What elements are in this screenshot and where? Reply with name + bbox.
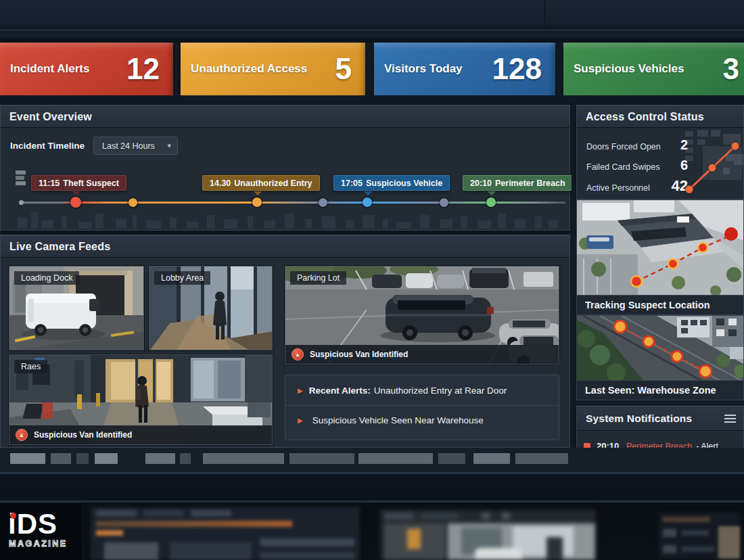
background-monitor [87,503,364,560]
event-label: Theft Suspect [63,179,119,188]
column-divider [572,105,576,504]
access-row-doors-forced: Doors Forced Open 2 [586,137,688,153]
logo-subtext: MAGAZINE [9,539,81,549]
alert-bullet-icon: ▶ [298,417,303,424]
timeline-marker-amber[interactable] [252,197,262,207]
chevron-down-icon: ▾ [167,141,171,150]
alert-bullet-icon: ▶ [298,387,303,394]
section-title: Access Control Status [577,106,743,128]
menu-icon[interactable] [724,415,736,423]
access-row-label: Failed Card Swipes [586,162,659,172]
recent-alert-prefix: Recent Alerts: [309,386,371,396]
live-camera-feeds-panel: Live Camera Feeds [0,235,570,448]
footer-chip [203,453,284,464]
stat-value: 12 [126,52,160,86]
stat-label: Suspicious Vehicles [574,62,684,76]
recent-alert-text: Suspicious Vehicle Seen Near Warehouse [312,415,484,425]
event-label: Unauthorized Entry [234,179,312,188]
stat-label: Incident Alerts [10,62,89,76]
ids-magazine-logo: iDS MAGAZINE [0,504,81,560]
time-range-dropdown[interactable]: Last 24 Hours ▾ [93,137,178,155]
access-control-panel: Access Control Status Doors Forced Open … [576,105,744,200]
timeline-marker-slate[interactable] [319,198,327,207]
event-label: Perimeter Breach [495,179,565,188]
camera-feed-lobby-area[interactable]: Lobby Area [149,266,273,350]
feed-alert-bar: ▲ Suspicious Van Identified [285,345,559,364]
feed-alert-text: Suspicious Van Identified [310,350,408,359]
camera-name: Loading Dock [14,271,79,285]
logo-red-dot [10,513,16,519]
section-title: Live Camera Feeds [1,235,569,258]
footer-chip [95,453,118,464]
security-dashboard: Incident Alerts 12 Unauthorized Access 5… [0,0,744,560]
timeline-event-theft-suspect[interactable]: 11:15Theft Suspect [31,175,126,191]
timeline-layers-icon [16,170,26,185]
stat-label: Unauthorized Access [191,62,307,76]
background-monitor [376,506,599,560]
desk-edge-highlight [0,472,744,474]
recent-alert-item[interactable]: ▶ Suspicious Vehicle Seen Near Warehouse [285,405,559,435]
stat-card-incident-alerts[interactable]: Incident Alerts 12 [0,43,173,95]
last-seen-caption: Last Seen: Warehouse Zone [576,381,744,400]
access-row-failed-swipes: Failed Card Swipes 6 [586,158,688,173]
timeline-event-suspicious-vehicle[interactable]: 17:05Suspicious Vehicle [333,175,450,191]
feed-alert-text: Suspicious Van Identified [34,430,132,440]
event-time: 14.30 [210,179,231,188]
stat-card-visitors-today[interactable]: Visitors Today 128 [374,43,555,95]
access-row-label: Active Personnel [586,183,650,193]
incident-timeline-label: Incident Timeline [10,141,85,151]
event-time: 11:15 [39,179,60,188]
timeline-marker-blue[interactable] [363,197,372,207]
tracking-caption: Tracking Suspect Location [576,296,744,315]
camera-name: Raes [14,360,47,373]
stat-value: 5 [335,52,352,86]
warning-icon: ▲ [292,348,304,360]
timeline-marker-amber[interactable] [129,198,137,207]
tracking-map-aerial[interactable] [576,200,744,296]
footer-chip [10,453,45,464]
tracking-map-street[interactable] [576,315,744,381]
footer-chip [180,453,191,464]
timeline-event-perimeter-breach[interactable]: 20:10Perimeter Breach [463,175,573,191]
footer-chip [438,453,465,464]
access-trend-mini-chart [684,130,743,199]
event-overview-panel: Event Overview Incident Timeline Last 24… [0,105,570,231]
timeline-marker-slate[interactable] [440,198,448,207]
stat-card-suspicious-vehicles[interactable]: Suspicious Vehicles 3 [563,43,744,95]
footer-chip [76,453,89,464]
stat-card-unauthorized-access[interactable]: Unauthorized Access 5 [181,43,365,95]
footer-chip [358,453,433,464]
event-time: 17:05 [341,179,363,188]
camera-feed-loading-dock[interactable]: Loading Dock [9,266,144,350]
background-monitor [655,509,744,560]
feed-alert-bar: ▲ Suspicious Van Identified [9,425,272,444]
recent-alert-item[interactable]: ▶ Recent Alerts: Unauthorized Entry at R… [285,375,559,405]
camera-feed-parking-lot[interactable]: Parking Lot ▲ Suspicious Van Identified [285,266,559,365]
access-row-active-personnel: Active Personnel 42 [586,177,688,195]
tracking-map-scene [577,200,744,296]
bezel-edge [0,38,744,43]
timeline-track [21,202,565,204]
stat-label: Visitors Today [384,62,463,76]
recent-alert-text: Unauthorized Entry at Rear Door [374,386,507,396]
footer-chip [473,453,510,464]
monitor-bezel-top [0,0,744,43]
logo-text: iDS [8,508,57,540]
time-range-value: Last 24 Hours [102,141,155,151]
camera-feed-raes[interactable]: Raes ▲ Suspicious Van Identified [9,354,273,445]
footer-chip [289,453,354,464]
timeline-event-unauthorized-entry[interactable]: 14.30Unauthorized Entry [202,175,320,191]
section-title: Event Overview [1,106,569,128]
divider [0,95,744,105]
recent-alerts-panel: ▶ Recent Alerts: Unauthorized Entry at R… [285,375,559,440]
bezel-groove [0,28,744,32]
footer-chip [145,453,175,464]
access-row-label: Doors Forced Open [586,142,661,151]
timeline-marker-red[interactable] [70,197,81,208]
logo-wordmark: iDS [8,509,81,539]
footer-chip [515,453,568,464]
timeline-start-dot [19,200,24,205]
timeline-histogram-silhouette [14,207,562,230]
footer-chip [51,453,71,464]
timeline-marker-green[interactable] [486,197,496,207]
